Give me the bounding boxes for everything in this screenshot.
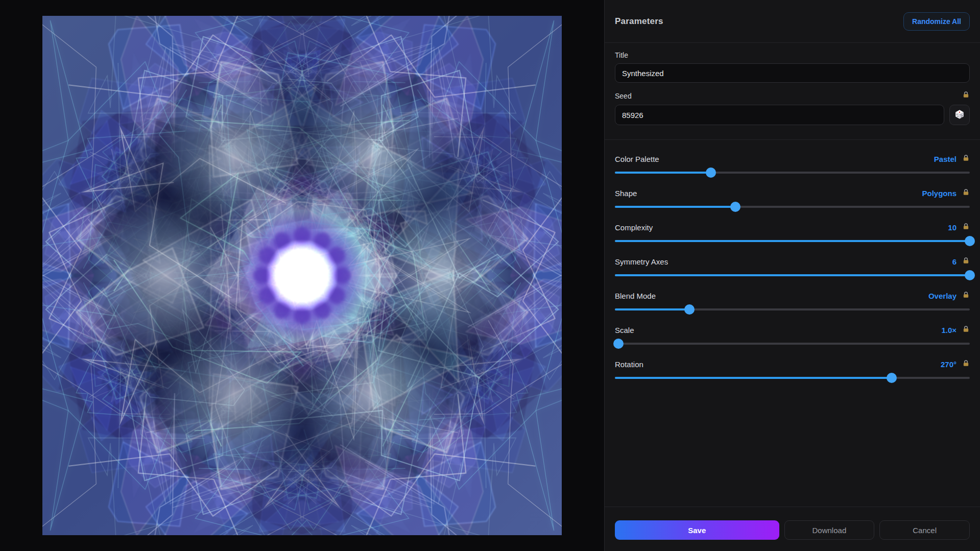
slider-lock-toggle[interactable] — [962, 360, 970, 369]
slider-track[interactable] — [615, 206, 970, 208]
slider-track[interactable] — [615, 308, 970, 310]
panel-title: Parameters — [615, 16, 663, 27]
title-input[interactable] — [615, 63, 970, 83]
title-label: Title — [615, 51, 970, 59]
slider-head: Color Palette Pastel — [615, 154, 970, 164]
slider-fill — [615, 240, 970, 242]
slider-thumb[interactable] — [706, 167, 716, 178]
generative-art-canvas — [42, 16, 562, 535]
slider-value: Pastel — [934, 155, 957, 163]
slider-row-blend-mode: Blend Mode Overlay — [615, 291, 970, 310]
slider-row-rotation: Rotation 270° — [615, 360, 970, 379]
lock-icon — [962, 257, 970, 267]
slider-label: Shape — [615, 189, 922, 198]
slider-fill — [615, 308, 689, 310]
slider-row-color-palette: Color Palette Pastel — [615, 154, 970, 174]
slider-label: Rotation — [615, 360, 941, 369]
slider-head: Complexity 10 — [615, 223, 970, 232]
seed-label: Seed — [615, 92, 632, 100]
parameters-panel: Parameters Randomize All Title Seed — [604, 0, 980, 551]
dice-icon — [954, 109, 965, 121]
slider-lock-toggle[interactable] — [962, 223, 970, 232]
art-stage — [0, 0, 604, 551]
slider-label: Color Palette — [615, 155, 934, 163]
slider-fill — [615, 274, 970, 276]
lock-icon — [962, 223, 970, 232]
lock-icon — [962, 291, 970, 301]
slider-lock-toggle[interactable] — [962, 154, 970, 164]
slider-lock-toggle[interactable] — [962, 188, 970, 198]
panel-spacer — [605, 394, 980, 507]
slider-head: Rotation 270° — [615, 360, 970, 369]
slider-fill — [615, 377, 892, 379]
slider-value: Polygons — [922, 189, 957, 198]
slider-label: Complexity — [615, 223, 948, 232]
save-button[interactable]: Save — [615, 520, 779, 540]
lock-icon — [962, 325, 970, 335]
slider-thumb[interactable] — [887, 373, 897, 383]
slider-thumb[interactable] — [730, 202, 740, 212]
slider-row-shape: Shape Polygons — [615, 188, 970, 208]
randomize-all-button[interactable]: Randomize All — [903, 12, 970, 31]
slider-label: Symmetry Axes — [615, 257, 952, 266]
slider-track[interactable] — [615, 377, 970, 379]
slider-track[interactable] — [615, 240, 970, 242]
seed-input[interactable] — [615, 105, 944, 125]
reroll-seed-button[interactable] — [949, 105, 970, 125]
slider-value: 10 — [948, 223, 957, 232]
slider-thumb[interactable] — [613, 339, 624, 349]
slider-row-scale: Scale 1.0× — [615, 325, 970, 345]
sliders-section: Color Palette Pastel Shape Po — [605, 140, 980, 394]
slider-track[interactable] — [615, 172, 970, 174]
slider-row-symmetry-axes: Symmetry Axes 6 — [615, 257, 970, 276]
lock-icon — [962, 360, 970, 369]
slider-value: 1.0× — [941, 326, 957, 334]
lock-icon — [962, 188, 970, 198]
slider-thumb[interactable] — [965, 236, 975, 246]
slider-fill — [615, 206, 735, 208]
slider-head: Shape Polygons — [615, 188, 970, 198]
slider-track[interactable] — [615, 343, 970, 345]
slider-value: 6 — [952, 257, 957, 266]
slider-lock-toggle[interactable] — [962, 325, 970, 335]
panel-footer: Save Download Cancel — [605, 507, 980, 551]
lock-icon — [962, 154, 970, 164]
seed-label-row: Seed — [615, 91, 970, 101]
slider-row-complexity: Complexity 10 — [615, 223, 970, 242]
panel-header: Parameters Randomize All — [605, 0, 980, 43]
slider-value: Overlay — [928, 292, 957, 300]
lock-icon — [962, 91, 970, 101]
slider-lock-toggle[interactable] — [962, 291, 970, 301]
cancel-button[interactable]: Cancel — [879, 520, 970, 540]
slider-label: Blend Mode — [615, 292, 928, 300]
download-button[interactable]: Download — [784, 520, 875, 540]
slider-fill — [615, 172, 711, 174]
slider-head: Blend Mode Overlay — [615, 291, 970, 301]
slider-head: Symmetry Axes 6 — [615, 257, 970, 267]
slider-value: 270° — [941, 360, 957, 369]
seed-lock-toggle[interactable] — [962, 91, 970, 101]
form-section: Title Seed — [605, 43, 980, 140]
slider-lock-toggle[interactable] — [962, 257, 970, 267]
slider-thumb[interactable] — [965, 270, 975, 280]
slider-track[interactable] — [615, 274, 970, 276]
slider-thumb[interactable] — [684, 304, 695, 315]
slider-head: Scale 1.0× — [615, 325, 970, 335]
seed-row — [615, 105, 970, 125]
slider-label: Scale — [615, 326, 941, 334]
